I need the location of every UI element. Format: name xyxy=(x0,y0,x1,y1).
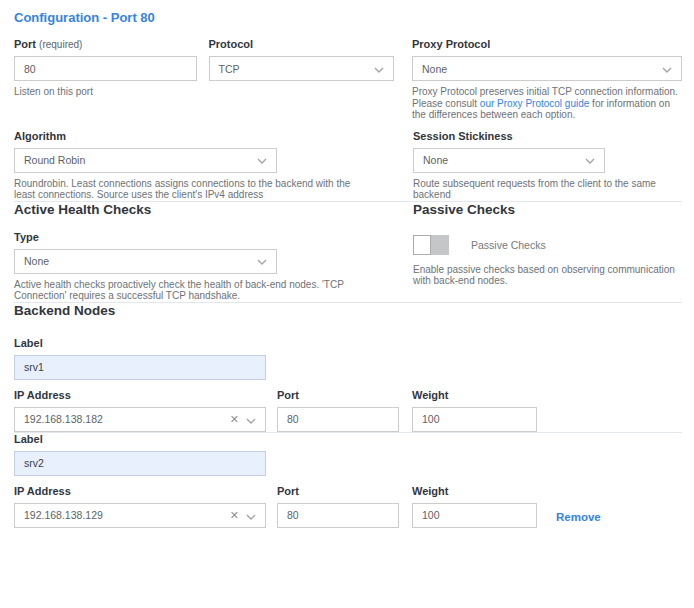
port-required-text: (required) xyxy=(39,39,82,50)
session-stickiness-field-group: Session Stickiness None Route subsequent… xyxy=(413,130,682,201)
nodebalancer-config-form: Configuration - Port 80 Port (required) … xyxy=(0,0,694,528)
node2-ip-label: IP Address xyxy=(14,485,266,498)
node1-address-row: IP Address ✕ Port Weight xyxy=(14,389,682,432)
chevron-down-icon xyxy=(257,154,267,166)
node2-label-field-group: Label xyxy=(14,433,682,476)
passive-checks-toggle-label: Passive Checks xyxy=(471,239,546,251)
node1-ip-input[interactable] xyxy=(15,408,228,431)
algorithm-label: Algorithm xyxy=(14,130,413,143)
node2-port-label: Port xyxy=(277,485,399,498)
proxy-protocol-label: Proxy Protocol xyxy=(412,38,682,51)
session-stickiness-selected-value: None xyxy=(423,154,448,166)
chevron-down-icon xyxy=(585,154,595,166)
passive-checks-toggle[interactable] xyxy=(413,235,449,255)
session-stickiness-label: Session Stickiness xyxy=(413,130,682,143)
node1-label-label: Label xyxy=(14,337,682,350)
passive-checks-helper-text: Enable passive checks based on observing… xyxy=(413,264,680,287)
protocol-label: Protocol xyxy=(209,38,395,51)
chevron-down-icon[interactable] xyxy=(246,506,256,524)
algorithm-helper-text: Roundrobin. Least connections assigns co… xyxy=(14,178,359,201)
toggle-knob xyxy=(413,235,431,255)
port-field-group: Port (required) Listen on this port xyxy=(14,38,197,98)
node1-label-input[interactable] xyxy=(14,355,266,380)
node1-weight-field-group: Weight xyxy=(412,389,537,432)
node2-address-row: IP Address ✕ Port Weight Remove xyxy=(14,485,682,528)
algorithm-selected-value: Round Robin xyxy=(24,154,85,166)
chevron-down-icon xyxy=(662,63,672,75)
proxy-protocol-guide-link[interactable]: our Proxy Protocol guide xyxy=(480,98,590,109)
health-checks-section: Active Health Checks Type None Active he… xyxy=(14,202,682,302)
proxy-protocol-select[interactable]: None xyxy=(412,56,682,81)
backend-node-2: Label IP Address ✕ Port Weight xyxy=(14,433,682,528)
backend-nodes-heading: Backend Nodes xyxy=(14,303,682,319)
clear-icon[interactable]: ✕ xyxy=(228,510,246,521)
chevron-down-icon xyxy=(374,63,384,75)
algorithm-stickiness-row: Algorithm Round Robin Roundrobin. Least … xyxy=(14,130,682,201)
passive-checks-group: Passive Checks Passive Checks Enable pas… xyxy=(413,202,682,287)
algorithm-select[interactable]: Round Robin xyxy=(14,148,277,173)
node1-ip-field-group: IP Address ✕ xyxy=(14,389,266,432)
backend-node-1: Label IP Address ✕ Port Weight xyxy=(14,337,682,432)
chevron-down-icon[interactable] xyxy=(246,410,256,428)
protocol-select[interactable]: TCP xyxy=(209,56,395,81)
node1-port-field-group: Port xyxy=(277,389,399,432)
remove-node-button[interactable]: Remove xyxy=(556,511,601,528)
proxy-protocol-helper-text: Proxy Protocol preserves initial TCP con… xyxy=(412,86,684,121)
protocol-field-group: Protocol TCP xyxy=(209,38,395,81)
node2-ip-field-group: IP Address ✕ xyxy=(14,485,266,528)
node1-ip-label: IP Address xyxy=(14,389,266,402)
node1-port-input[interactable] xyxy=(277,407,399,432)
node1-ip-combobox[interactable]: ✕ xyxy=(14,407,266,432)
node2-port-field-group: Port xyxy=(277,485,399,528)
health-check-type-selected-value: None xyxy=(24,255,49,267)
port-required-note: (required) xyxy=(39,39,82,50)
port-helper-text: Listen on this port xyxy=(14,86,197,98)
port-label: Port (required) xyxy=(14,38,197,51)
health-check-type-label: Type xyxy=(14,231,413,244)
session-stickiness-select[interactable]: None xyxy=(413,148,605,173)
algorithm-field-group: Algorithm Round Robin Roundrobin. Least … xyxy=(14,130,413,201)
protocol-selected-value: TCP xyxy=(219,63,240,75)
passive-checks-heading: Passive Checks xyxy=(413,202,682,218)
active-health-checks-group: Active Health Checks Type None Active he… xyxy=(14,202,413,302)
chevron-down-icon xyxy=(257,255,267,267)
node2-port-input[interactable] xyxy=(277,503,399,528)
node2-label-label: Label xyxy=(14,433,682,446)
passive-checks-toggle-row: Passive Checks xyxy=(413,235,682,255)
port-input[interactable] xyxy=(14,56,197,81)
node2-ip-combobox[interactable]: ✕ xyxy=(14,503,266,528)
config-panel-title[interactable]: Configuration - Port 80 xyxy=(14,10,682,25)
node2-ip-input[interactable] xyxy=(15,504,228,527)
node1-port-label: Port xyxy=(277,389,399,402)
active-health-checks-heading: Active Health Checks xyxy=(14,202,413,218)
node1-label-field-group: Label xyxy=(14,337,682,380)
active-health-checks-helper-text: Active health checks proactively check t… xyxy=(14,279,354,302)
health-check-type-select[interactable]: None xyxy=(14,249,277,274)
node2-label-input[interactable] xyxy=(14,451,266,476)
port-label-text: Port xyxy=(14,38,36,50)
session-stickiness-helper-text: Route subsequent requests from the clien… xyxy=(413,178,663,201)
node1-weight-label: Weight xyxy=(412,389,537,402)
clear-icon[interactable]: ✕ xyxy=(228,414,246,425)
node2-weight-input[interactable] xyxy=(412,503,537,528)
proxy-protocol-selected-value: None xyxy=(422,63,447,75)
proxy-protocol-field-group: Proxy Protocol None Proxy Protocol prese… xyxy=(412,38,682,121)
node1-weight-input[interactable] xyxy=(412,407,537,432)
port-protocol-row: Port (required) Listen on this port Prot… xyxy=(14,38,682,121)
node2-weight-field-group: Weight xyxy=(412,485,537,528)
node2-weight-label: Weight xyxy=(412,485,537,498)
